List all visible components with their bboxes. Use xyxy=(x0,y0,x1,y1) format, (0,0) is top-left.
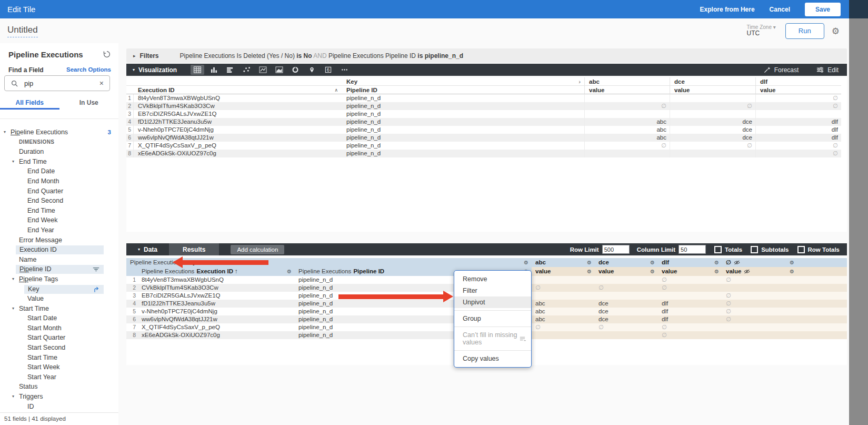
cell-value[interactable]: ∅ xyxy=(722,292,797,300)
gear-icon[interactable]: ⚙ xyxy=(587,267,595,276)
data-section-toggle[interactable]: ▾Data xyxy=(126,243,169,255)
table-chart-button[interactable] xyxy=(191,65,204,75)
settings-gear-icon[interactable]: ⚙ xyxy=(832,26,840,36)
donut-chart-button[interactable] xyxy=(288,65,302,75)
cell-value[interactable]: ∅ xyxy=(670,102,755,110)
tree-item[interactable]: Start Quarter xyxy=(0,333,118,343)
cell-value[interactable]: ∅ xyxy=(755,102,841,110)
cell-pipeline-id[interactable]: pipeline_n_d xyxy=(342,102,584,110)
tree-item[interactable]: Duration xyxy=(0,147,118,157)
search-options-link[interactable]: Search Options xyxy=(66,66,111,73)
gear-icon[interactable]: ⚙ xyxy=(714,258,722,267)
run-button[interactable]: Run xyxy=(785,23,824,39)
cell-value[interactable]: ∅ xyxy=(670,142,755,150)
cell-execution-id[interactable]: 8t4yVen8T3mwaXBWgbUSnQ xyxy=(138,276,295,284)
tree-item[interactable]: ▾Start Time xyxy=(0,304,118,314)
tab-results[interactable]: Results xyxy=(169,243,219,255)
save-button[interactable]: Save xyxy=(805,3,841,16)
single-value-button[interactable]: 6 xyxy=(321,65,335,75)
cell-execution-id[interactable]: X_QTIF4dSyCsSaxV_p_peQ xyxy=(138,323,295,331)
cell-value[interactable]: dlf xyxy=(755,134,841,142)
cell-value[interactable] xyxy=(595,292,658,300)
cell-pipeline-id[interactable]: pipeline_n_d xyxy=(342,110,584,118)
more-options-button[interactable] xyxy=(337,65,351,75)
cell-value[interactable]: ∅ xyxy=(722,276,797,284)
field-search-box[interactable]: × xyxy=(4,75,110,91)
cell-value[interactable] xyxy=(584,94,670,102)
tab-in-use[interactable]: In Use xyxy=(59,96,119,110)
cell-value[interactable]: dlf xyxy=(658,308,722,315)
tab-all-fields[interactable]: All Fields xyxy=(0,96,59,110)
viz-pivot-value-header[interactable]: dlf xyxy=(755,77,841,86)
menu-item-copy-values[interactable]: Copy values xyxy=(454,353,531,364)
cell-execution-id[interactable]: ww6vlpNvQfWdA38qtJJ21w xyxy=(134,134,342,142)
cell-execution-id[interactable]: 8t4yVen8T3mwaXBWgbUSnQ xyxy=(134,94,342,102)
viz-col-value[interactable]: value xyxy=(670,86,755,94)
tree-item[interactable]: End Week xyxy=(0,215,118,225)
cell-value[interactable] xyxy=(670,110,755,118)
cell-value[interactable]: dlf xyxy=(658,300,722,308)
edit-viz-button[interactable]: Edit xyxy=(816,66,839,74)
menu-item-filter[interactable]: Filter xyxy=(454,285,531,296)
row-totals-checkbox[interactable] xyxy=(797,246,805,253)
cell-value[interactable] xyxy=(532,292,595,300)
tree-item[interactable]: Name xyxy=(0,255,118,265)
results-col-execution-id[interactable]: Pipeline ExecutionsExecution ID↑⚙ xyxy=(138,267,295,276)
cell-value[interactable]: ∅ xyxy=(595,284,658,292)
cell-value[interactable]: dce xyxy=(670,134,755,142)
timezone-selector[interactable]: Time Zone ▾ UTC xyxy=(747,24,776,37)
line-chart-button[interactable] xyxy=(256,65,270,75)
cell-value[interactable]: ∅ xyxy=(595,323,658,331)
column-limit-input[interactable] xyxy=(679,245,706,254)
cell-value[interactable]: ∅ xyxy=(658,284,722,292)
filters-expand-icon[interactable]: ▸ xyxy=(133,53,136,58)
viz-pivot-value-header[interactable]: dce xyxy=(670,77,755,86)
viz-col-value[interactable]: value xyxy=(755,86,841,94)
cell-value[interactable]: dce xyxy=(595,315,658,323)
tree-item[interactable]: Pipeline ID xyxy=(0,264,118,274)
viz-col-pipeline-id[interactable]: Pipeline ID xyxy=(342,86,584,94)
gear-icon[interactable]: ⚙ xyxy=(714,267,722,276)
cell-value[interactable]: abc xyxy=(532,315,595,323)
cell-value[interactable] xyxy=(595,276,658,284)
cell-value[interactable]: ∅ xyxy=(584,142,670,150)
history-icon[interactable] xyxy=(103,50,111,61)
scatter-chart-button[interactable] xyxy=(240,65,253,75)
cell-value[interactable] xyxy=(755,110,841,118)
tree-item[interactable]: ▾Pipeline Tags xyxy=(0,274,118,284)
map-pin-button[interactable] xyxy=(305,65,318,75)
viz-pivot-value-header[interactable]: abc xyxy=(584,77,670,86)
gear-icon[interactable]: ⚙ xyxy=(790,267,797,276)
results-pivot-value-header[interactable]: dce⚙ xyxy=(595,258,658,267)
cell-pipeline-id[interactable]: pipeline_n_d xyxy=(342,118,584,126)
menu-item-remove[interactable]: Remove xyxy=(454,273,531,285)
cell-value[interactable] xyxy=(722,323,797,331)
gear-icon[interactable]: ⚙ xyxy=(650,258,658,267)
cell-value[interactable]: dce xyxy=(595,300,658,308)
cell-execution-id[interactable]: xE6eADGkSk-OXiUOZ97c0g xyxy=(134,150,342,157)
tree-item[interactable]: ▾End Time xyxy=(0,157,118,167)
cell-value[interactable]: ∅ xyxy=(658,323,722,331)
cell-value[interactable] xyxy=(658,292,722,300)
cell-value[interactable]: dlf xyxy=(755,126,841,134)
cell-value[interactable] xyxy=(584,150,670,157)
cell-value[interactable] xyxy=(670,150,755,157)
cell-value[interactable] xyxy=(722,284,797,292)
cell-value[interactable]: dce xyxy=(670,118,755,126)
tree-item[interactable]: Key xyxy=(0,284,118,294)
results-col-value[interactable]: value⚙ xyxy=(722,267,797,276)
area-chart-button[interactable] xyxy=(272,65,286,75)
bar-chart-button[interactable] xyxy=(223,65,237,75)
cell-value[interactable]: abc xyxy=(532,308,595,315)
cancel-button[interactable]: Cancel xyxy=(770,6,790,13)
cell-value[interactable]: ∅ xyxy=(722,315,797,323)
tree-item[interactable]: Error Message xyxy=(0,235,118,245)
cell-value[interactable]: abc xyxy=(584,134,670,142)
chevron-right-icon[interactable]: › xyxy=(578,77,584,85)
explore-from-here-link[interactable]: Explore from Here xyxy=(700,6,755,13)
cell-pipeline-id[interactable]: pipeline_n_d xyxy=(342,94,584,102)
tree-item[interactable]: ID xyxy=(0,402,118,412)
cell-value[interactable]: ∅ xyxy=(755,142,841,150)
subtotals-checkbox[interactable] xyxy=(751,246,758,253)
gear-icon[interactable]: ⚙ xyxy=(587,258,595,267)
